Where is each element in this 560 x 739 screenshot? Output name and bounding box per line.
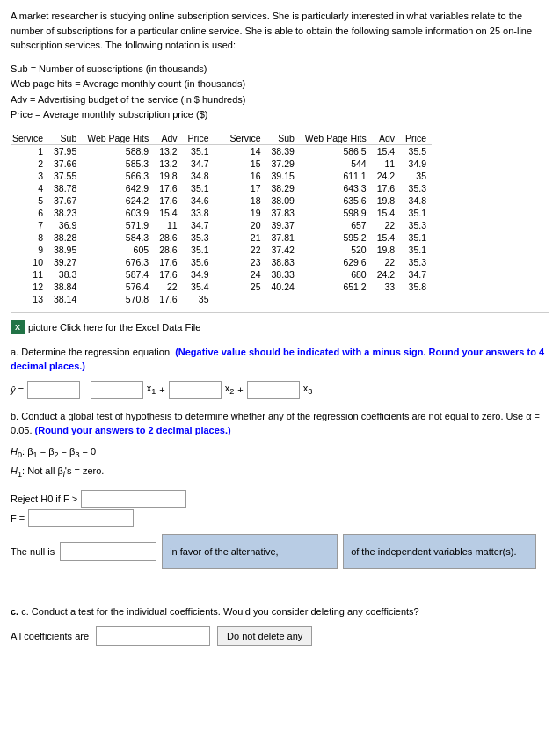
notation-line-3: Adv = Advertising budget of the service … xyxy=(11,92,549,108)
f-input[interactable] xyxy=(28,509,134,527)
table-cell: 38.83 xyxy=(266,256,300,268)
eq-input-1[interactable] xyxy=(91,381,143,399)
table-row: 1039.27676.317.635.62338.83629.62235.3 xyxy=(11,256,432,268)
eq-input-3[interactable] xyxy=(247,381,300,399)
equation-row: ŷ = - x1 + x2 + x3 xyxy=(11,381,549,399)
col-price-1: Price xyxy=(183,132,215,145)
table-cell: 11 xyxy=(372,157,400,170)
section-b-label: b. Conduct a global test of hypothesis t… xyxy=(11,409,549,438)
table-spacer xyxy=(215,293,225,305)
table-cell: 17.6 xyxy=(154,268,182,281)
y-hat-label: ŷ = xyxy=(11,384,24,395)
table-cell: 651.2 xyxy=(300,281,372,293)
notation-block: Sub = Number of subscriptions (in thousa… xyxy=(11,62,549,123)
divider-1 xyxy=(11,312,549,313)
table-cell: 37.67 xyxy=(48,194,82,207)
table-cell: 37.66 xyxy=(48,157,82,170)
table-cell: 20 xyxy=(225,219,266,231)
table-cell: 571.9 xyxy=(82,219,154,231)
eq-plus-1: + xyxy=(159,384,164,395)
table-cell xyxy=(266,293,300,305)
table-cell: 39.15 xyxy=(266,170,300,182)
table-cell: 2 xyxy=(11,157,48,170)
table-cell: 15.4 xyxy=(372,207,400,219)
table-cell: 5 xyxy=(11,194,48,207)
table-cell: 35 xyxy=(183,293,215,305)
table-cell: 7 xyxy=(11,219,48,231)
table-cell: 19.8 xyxy=(372,244,400,256)
table-spacer xyxy=(215,281,225,293)
table-row: 537.67624.217.634.61838.09635.619.834.8 xyxy=(11,194,432,207)
table-cell: 11 xyxy=(154,219,182,231)
table-row: 438.78642.917.635.11738.29643.317.635.3 xyxy=(11,182,432,194)
eq-input-0[interactable] xyxy=(27,381,80,399)
table-cell: 13.2 xyxy=(154,157,182,170)
table-cell: 40.24 xyxy=(266,281,300,293)
eq-x2-label: x2 xyxy=(225,383,235,396)
table-row: 736.9571.91134.72039.376572235.3 xyxy=(11,219,432,231)
table-cell: 17.6 xyxy=(154,182,182,194)
col-web-1: Web Page Hits xyxy=(82,132,154,145)
table-cell: 19 xyxy=(225,207,266,219)
table-spacer xyxy=(215,219,225,231)
table-cell: 35 xyxy=(400,170,432,182)
table-cell: 595.2 xyxy=(300,231,372,244)
excel-link-text: picture Click here for the Excel Data Fi… xyxy=(28,322,200,333)
table-cell: 3 xyxy=(11,170,48,182)
section-a-label: a. Determine the regression equation. (N… xyxy=(11,345,549,374)
table-cell: 584.3 xyxy=(82,231,154,244)
table-cell: 38.14 xyxy=(48,293,82,305)
table-cell: 24 xyxy=(225,268,266,281)
section-c-label: c. c. Conduct a test for the individual … xyxy=(11,604,549,619)
table-cell: 19.8 xyxy=(154,170,182,182)
table-cell: 37.29 xyxy=(266,157,300,170)
table-cell: 520 xyxy=(300,244,372,256)
table-row: 1138.3587.417.634.92438.3368024.234.7 xyxy=(11,268,432,281)
table-cell: 4 xyxy=(11,182,48,194)
data-table-container: Service Sub Web Page Hits Adv Price Serv… xyxy=(11,132,549,305)
table-spacer xyxy=(215,256,225,268)
table-cell: 18 xyxy=(225,194,266,207)
h0-line: H0: β1 = β2 = β3 = 0 xyxy=(11,443,549,463)
table-cell: 629.6 xyxy=(300,256,372,268)
table-cell: 37.42 xyxy=(266,244,300,256)
table-cell: 34.8 xyxy=(400,194,432,207)
table-cell: 38.09 xyxy=(266,194,300,207)
table-cell: 13.2 xyxy=(154,144,182,157)
coeff-input[interactable] xyxy=(96,626,210,646)
table-cell: 34.6 xyxy=(183,194,215,207)
notation-line-4: Price = Average monthly subscription pri… xyxy=(11,107,549,123)
excel-link[interactable]: X picture Click here for the Excel Data … xyxy=(11,320,549,334)
table-cell: 35.8 xyxy=(400,281,432,293)
table-cell: 19.8 xyxy=(372,194,400,207)
null-blue-box-1: in favor of the alternative, xyxy=(162,534,338,569)
table-spacer xyxy=(215,207,225,219)
table-cell: 22 xyxy=(225,244,266,256)
excel-icon: X xyxy=(11,320,25,334)
table-cell: 586.5 xyxy=(300,144,372,157)
table-cell: 35.1 xyxy=(183,144,215,157)
table-cell: 39.27 xyxy=(48,256,82,268)
table-cell: 25 xyxy=(225,281,266,293)
table-spacer xyxy=(215,144,225,157)
null-input[interactable] xyxy=(60,542,156,561)
null-label: The null is xyxy=(11,546,55,557)
eq-input-2[interactable] xyxy=(169,381,222,399)
table-cell: 37.83 xyxy=(266,207,300,219)
eq-plus-2: + xyxy=(237,384,243,395)
table-cell: 611.1 xyxy=(300,170,372,182)
table-cell: 15.4 xyxy=(372,144,400,157)
table-spacer xyxy=(215,231,225,244)
table-cell: 35.1 xyxy=(400,244,432,256)
reject-h0-input[interactable] xyxy=(81,490,186,508)
table-cell: 35.1 xyxy=(183,244,215,256)
table-cell: 22 xyxy=(372,219,400,231)
table-row: 838.28584.328.635.32137.81595.215.435.1 xyxy=(11,231,432,244)
table-row: 237.66585.313.234.71537.295441134.9 xyxy=(11,157,432,170)
do-not-delete-button[interactable]: Do not delete any xyxy=(217,626,312,646)
table-row: 638.23603.915.433.81937.83598.915.435.1 xyxy=(11,207,432,219)
table-cell: 34.9 xyxy=(183,268,215,281)
table-cell xyxy=(300,293,372,305)
table-cell: 34.7 xyxy=(183,157,215,170)
table-cell: 16 xyxy=(225,170,266,182)
